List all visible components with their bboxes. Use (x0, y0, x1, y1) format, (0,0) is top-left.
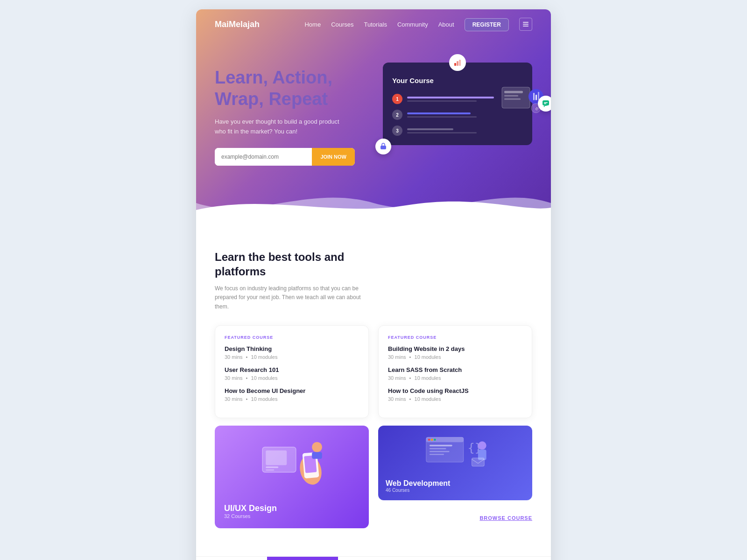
course-item-3: 3 (392, 126, 523, 136)
course-reactjs: How to Code using ReactJS 30 mins • 10 m… (388, 387, 522, 402)
hero-right: Your Course 1 2 (383, 58, 532, 145)
course-rname-1: Building Website in 2 days (388, 345, 522, 352)
svg-point-27 (312, 442, 322, 452)
uiux-design-card[interactable]: UI/UX Design 32 Courses (215, 426, 369, 528)
course-meta-3: 30 mins • 10 modules (225, 396, 359, 402)
svg-rect-7 (504, 91, 523, 93)
featured-label-right: FEATURED COURSE (388, 335, 522, 340)
svg-rect-34 (430, 445, 452, 447)
register-button[interactable]: REGISTER (465, 18, 509, 31)
webdev-title: Web Development (386, 479, 525, 488)
categories-bar: Business and Management Data Analyst Acc… (196, 556, 551, 560)
course-rmeta-3: 30 mins • 10 modules (388, 396, 522, 402)
course-name-1: Design Thinking (225, 345, 359, 352)
svg-point-39 (478, 441, 486, 449)
main-nav: MaiMelajah Home Courses Tutorials Commun… (215, 9, 532, 39)
site-logo: MaiMelajah (215, 20, 260, 29)
join-now-button[interactable]: JOIN NOW (312, 148, 355, 166)
svg-rect-3 (454, 63, 456, 66)
svg-rect-6 (502, 87, 530, 108)
nav-links: Home Courses Tutorials Community About R… (304, 18, 532, 31)
briefcase-icon (375, 139, 391, 154)
course-rmeta-2: 30 mins • 10 modules (388, 375, 522, 381)
email-input[interactable] (215, 148, 312, 166)
featured-label-left: FEATURED COURSE (225, 335, 359, 340)
svg-rect-12 (536, 94, 537, 100)
category-data-analyst[interactable]: Data Analyst (267, 557, 338, 560)
nav-home[interactable]: Home (304, 21, 321, 28)
hero-subtitle: Have you ever thought to build a good pr… (215, 117, 345, 137)
nav-tutorials[interactable]: Tutorials (364, 21, 387, 28)
svg-rect-4 (457, 61, 458, 66)
course-num-3: 3 (392, 126, 402, 136)
right-column: FEATURED COURSE Building Website in 2 da… (378, 325, 532, 528)
svg-rect-37 (430, 454, 444, 455)
nav-community[interactable]: Community (397, 21, 428, 28)
course-meta-1: 30 mins • 10 modules (225, 354, 359, 360)
hero-title-line1: Learn, Action, (215, 68, 332, 87)
svg-rect-41 (472, 458, 485, 466)
svg-rect-5 (459, 60, 461, 66)
svg-rect-36 (430, 451, 450, 452)
svg-rect-35 (430, 448, 446, 449)
svg-rect-16 (381, 146, 386, 149)
svg-rect-21 (266, 450, 287, 465)
course-sass: Learn SASS from Scratch 30 mins • 10 mod… (388, 366, 522, 381)
course-design-thinking: Design Thinking 30 mins • 10 modules (225, 345, 359, 360)
menu-icon-btn[interactable] (519, 18, 532, 31)
course-name-2: User Research 101 (225, 366, 359, 373)
courses-grid: FEATURED COURSE Design Thinking 30 mins … (215, 325, 532, 528)
uiux-card-title: UI/UX Design (224, 504, 359, 513)
chart-icon (449, 54, 466, 71)
course-user-research: User Research 101 30 mins • 10 modules (225, 366, 359, 381)
section-title: Learn the best tools andplatforms (215, 250, 532, 279)
category-accounting[interactable]: Accounting (338, 557, 409, 560)
uiux-card-sub: 32 Courses (224, 513, 359, 519)
category-digital-marketing[interactable]: Digital Marketing (409, 557, 480, 560)
course-rmeta-1: 30 mins • 10 modules (388, 354, 522, 360)
main-section: Learn the best tools andplatforms We foc… (196, 222, 551, 556)
header: MaiMelajah Home Courses Tutorials Commun… (196, 9, 551, 222)
svg-rect-19 (544, 103, 546, 104)
svg-rect-2 (523, 26, 529, 27)
hero-title-line2: Wrap, Repeat (215, 89, 328, 109)
category-communication[interactable]: Communication (480, 557, 551, 560)
nav-courses[interactable]: Courses (331, 21, 353, 28)
left-column: FEATURED COURSE Design Thinking 30 mins … (215, 325, 369, 528)
featured-course-card-left: FEATURED COURSE Design Thinking 30 mins … (215, 325, 369, 418)
svg-rect-0 (523, 22, 529, 23)
course-ui-designer: How to Become UI Designer 30 mins • 10 m… (225, 387, 359, 402)
section-desc: We focus on industry leading platforms s… (215, 284, 364, 311)
course-num-1: 1 (392, 94, 402, 104)
svg-rect-18 (544, 102, 548, 103)
page-wrapper: MaiMelajah Home Courses Tutorials Commun… (196, 9, 551, 560)
category-business[interactable]: Business and Management (196, 557, 267, 560)
svg-rect-11 (533, 92, 535, 100)
web-dev-card[interactable]: {} Web Development 46 Courses (378, 426, 532, 500)
svg-point-31 (428, 439, 430, 441)
svg-point-32 (431, 439, 433, 441)
svg-rect-23 (266, 469, 274, 471)
browse-course-link[interactable]: BROWSE COURSE (378, 508, 532, 521)
hero-title: Learn, Action, Wrap, Repeat (215, 67, 369, 110)
webdev-illustration: {} (378, 426, 532, 478)
course-rname-2: Learn SASS from Scratch (388, 366, 522, 373)
hero-form: JOIN NOW (215, 148, 355, 166)
course-meta-2: 30 mins • 10 modules (225, 375, 359, 381)
course-bar-3 (407, 128, 523, 133)
svg-rect-8 (504, 95, 518, 96)
wave-decoration (196, 184, 551, 222)
svg-rect-1 (523, 24, 529, 25)
course-rname-3: How to Code using ReactJS (388, 387, 522, 394)
course-num-2: 2 (392, 110, 402, 120)
svg-rect-9 (504, 98, 521, 99)
course-building-website: Building Website in 2 days 30 mins • 10 … (388, 345, 522, 360)
hero-left: Learn, Action, Wrap, Repeat Have you eve… (215, 58, 369, 166)
course-name-3: How to Become UI Designer (225, 387, 359, 394)
featured-course-card-right: FEATURED COURSE Building Website in 2 da… (378, 325, 532, 418)
webdev-sub: 46 Courses (386, 488, 525, 493)
nav-about[interactable]: About (438, 21, 454, 28)
svg-rect-22 (266, 467, 278, 469)
uiux-illustration (215, 426, 369, 503)
svg-point-33 (434, 439, 436, 441)
